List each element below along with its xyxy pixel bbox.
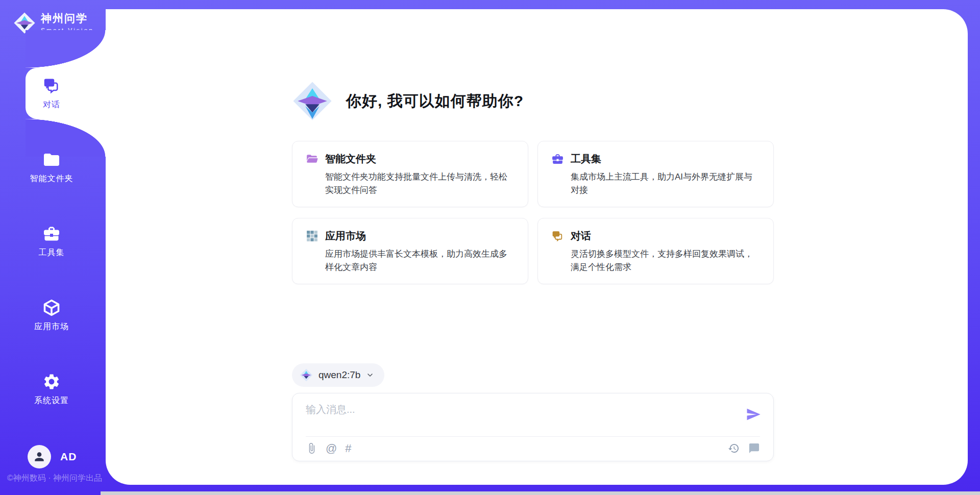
card-chat[interactable]: 对话 灵活切换多模型文件，支持多样回复效果调试，满足个性化需求 [537,218,774,284]
chevron-down-icon [366,371,374,379]
composer-toolbar: @ # [306,442,352,454]
card-description: 智能文件夹功能支持批量文件上传与清洗，轻松实现文件问答 [325,170,514,196]
send-icon[interactable] [746,407,761,422]
sidebar-item-label: 对话 [43,100,60,110]
grid-icon [306,230,318,242]
card-title: 对话 [571,229,591,243]
model-name: qwen2:7b [318,369,360,381]
card-title: 智能文件夹 [325,152,376,166]
sidebar-item-toolset[interactable]: 工具集 [0,216,103,267]
card-description: 应用市场提供丰富长文本模板，助力高效生成多样化文章内容 [325,247,514,274]
composer-divider [306,436,760,437]
copyright-text: ©神州数码 · 神州问学出品 [7,473,102,484]
toolbox-icon [42,225,61,243]
card-toolset[interactable]: 工具集 集成市场上主流工具，助力AI与外界无缝扩展与对接 [537,141,774,207]
folder-open-icon [306,153,318,165]
sidebar: 神州问学 Smart Vision 对话 智能文件夹 工具集 [0,0,106,495]
chat-bubbles-icon [551,230,564,242]
brand-name: 神州问学 [41,11,94,26]
toolbox-icon [551,153,564,165]
avatar [28,445,51,468]
sidebar-item-label: 智能文件夹 [30,174,74,184]
sidebar-item-label: 工具集 [39,247,65,258]
message-composer: @ # [292,393,774,461]
sidebar-item-settings[interactable]: 系统设置 [0,364,103,415]
user-profile[interactable]: AD [28,445,77,468]
feature-cards: 智能文件夹 智能文件夹功能支持批量文件上传与清洗，轻松实现文件问答 工具集 集成… [292,141,774,284]
card-title: 工具集 [571,152,601,166]
diamond-logo-icon [292,81,333,121]
cube-icon [42,299,61,317]
card-description: 灵活切换多模型文件，支持多样回复效果调试，满足个性化需求 [571,247,760,274]
model-selector[interactable]: qwen2:7b [292,363,384,387]
sidebar-item-chat[interactable]: 对话 [0,68,103,119]
composer-right-toolbar [728,442,760,454]
feedback-icon[interactable] [748,442,760,454]
history-icon[interactable] [728,442,740,454]
gear-icon [42,373,61,391]
sidebar-item-label: 系统设置 [34,395,69,406]
person-icon [33,450,46,463]
attachment-icon[interactable] [306,442,317,454]
hashtag-icon[interactable]: # [345,443,351,454]
sidebar-item-label: 应用市场 [34,321,69,332]
message-input[interactable] [306,403,745,431]
card-title: 应用市场 [325,229,366,243]
greeting-title: 你好, 我可以如何帮助你? [346,91,524,112]
greeting: 你好, 我可以如何帮助你? [292,81,524,121]
mention-icon[interactable]: @ [326,443,337,454]
sidebar-nav: 对话 智能文件夹 工具集 应用市场 系统设置 [0,68,103,438]
diamond-logo-icon [300,368,313,382]
horizontal-scrollbar[interactable] [101,491,980,495]
chat-bubbles-icon [42,77,61,95]
card-description: 集成市场上主流工具，助力AI与外界无缝扩展与对接 [571,170,760,196]
sidebar-item-smart-folders[interactable]: 智能文件夹 [0,142,103,193]
card-smart-folders[interactable]: 智能文件夹 智能文件夹功能支持批量文件上传与清洗，轻松实现文件问答 [292,141,528,207]
user-name: AD [60,451,77,463]
sidebar-item-app-market[interactable]: 应用市场 [0,290,103,341]
folder-icon [42,151,61,169]
card-app-market[interactable]: 应用市场 应用市场提供丰富长文本模板，助力高效生成多样化文章内容 [292,218,528,284]
active-tab-swoosh-top [26,30,106,68]
